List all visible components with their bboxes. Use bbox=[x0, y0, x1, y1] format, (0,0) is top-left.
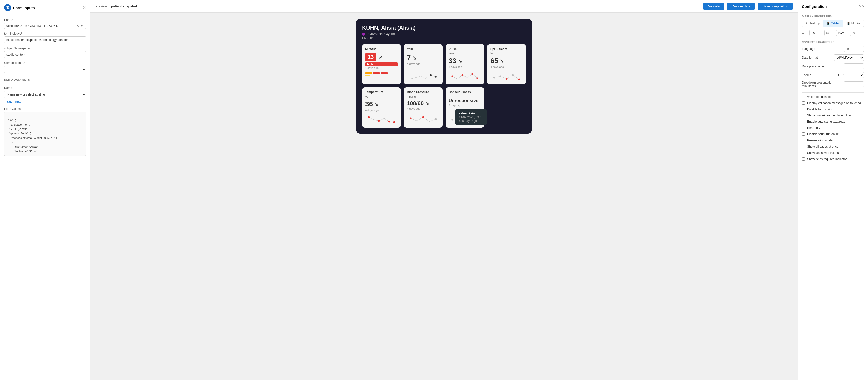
show-last-saved-label: Show last saved values bbox=[807, 151, 839, 155]
date-format-select[interactable]: dd/MM/yyyy bbox=[834, 54, 864, 61]
preview-content: KUHN, Alisia (Alisia) 09/02/2019 • 4y 1m… bbox=[90, 12, 798, 380]
svg-point-2 bbox=[452, 76, 453, 78]
theme-row: Theme DEFAULT bbox=[802, 72, 864, 79]
svg-point-8 bbox=[506, 78, 507, 80]
demo-datasets-title: DEMO DATA SETS bbox=[4, 78, 86, 81]
svg-point-9 bbox=[512, 75, 514, 76]
dimensions-row: w px h px bbox=[802, 30, 864, 36]
composition-id-label: Composition ID bbox=[4, 61, 86, 65]
metrics-grid: NEWS2 13 ↗ high 4 days ago bbox=[362, 44, 526, 128]
display-tabs: 🖥 Desktop 📱 Tablet 📱 Mobile bbox=[802, 20, 864, 27]
preview-toolbar: Preview: patient snapshot Validate Resto… bbox=[90, 0, 798, 12]
preview-label: Preview: bbox=[95, 4, 108, 8]
height-input[interactable] bbox=[836, 30, 851, 36]
show-all-pages-checkbox[interactable] bbox=[802, 145, 805, 148]
show-all-pages-label: Show all pages at once bbox=[807, 145, 838, 149]
theme-select[interactable]: DEFAULT bbox=[834, 72, 864, 79]
svg-point-4 bbox=[472, 73, 473, 75]
composition-id-select[interactable] bbox=[4, 66, 86, 73]
dropdown-min-items-input[interactable] bbox=[844, 82, 864, 87]
metric-consciousness: Consciousness Unresponsive 4 days ago va… bbox=[445, 87, 484, 128]
preview-name: patient snapshot bbox=[111, 4, 137, 8]
language-input[interactable] bbox=[844, 46, 864, 52]
divider bbox=[802, 92, 864, 93]
svg-point-1 bbox=[435, 76, 436, 78]
subject-namespace-input[interactable] bbox=[4, 51, 86, 58]
metric-temperature: Temperature °C 36↘ 4 days ago bbox=[362, 87, 401, 128]
panel-header: Form inputs << bbox=[4, 4, 86, 11]
patient-id: Main ID bbox=[362, 36, 526, 40]
panel-title: Form inputs bbox=[13, 5, 35, 10]
ehr-id-field[interactable]: 9c3cab86-21ae-4783-8b3a-41073964... ✕ ▼ bbox=[4, 23, 86, 29]
tab-mobile[interactable]: 📱 Mobile bbox=[843, 20, 864, 27]
auto-sizing-label: Enable auto sizing textareas bbox=[807, 120, 845, 124]
news2-value: 13 bbox=[365, 53, 376, 61]
svg-point-10 bbox=[518, 79, 520, 81]
right-panel: Configuration >> DISPLAY PROPERTIES 🖥 De… bbox=[798, 0, 868, 380]
svg-point-13 bbox=[388, 121, 390, 123]
form-values-box: { "ctx": { "language": "en", "territory"… bbox=[4, 112, 86, 156]
svg-point-0 bbox=[430, 74, 432, 76]
form-values-label: Form values bbox=[4, 107, 86, 111]
validate-button[interactable]: Validate bbox=[704, 2, 724, 10]
patient-name: KUHN, Alisia (Alisia) bbox=[362, 25, 526, 31]
checkbox-show-last-saved: Show last saved values bbox=[802, 151, 864, 155]
ehr-id-label: Ehr ID bbox=[4, 18, 86, 22]
demo-name-select[interactable]: Name new or select existing bbox=[4, 91, 86, 98]
terminology-url-label: terminologyUrl: bbox=[4, 32, 86, 35]
news2-bars bbox=[365, 72, 398, 75]
svg-point-17 bbox=[435, 118, 437, 120]
display-validation-checkbox[interactable] bbox=[802, 101, 805, 105]
save-new-link[interactable]: + Save new bbox=[4, 100, 86, 104]
required-indicator-checkbox[interactable] bbox=[802, 157, 805, 160]
checkbox-display-validation: Display validation messages on touched bbox=[802, 101, 864, 105]
disable-script-init-checkbox[interactable] bbox=[802, 133, 805, 136]
readonly-checkbox[interactable] bbox=[802, 126, 805, 129]
checkbox-readonly: Readonly bbox=[802, 126, 864, 130]
right-header: Configuration >> bbox=[802, 4, 864, 8]
metric-spo2: SpO2 Score % 65↘ 4 days ago bbox=[487, 44, 526, 84]
date-placeholder-input[interactable] bbox=[844, 63, 864, 69]
sparkline-temp bbox=[365, 115, 398, 125]
show-last-saved-checkbox[interactable] bbox=[802, 151, 805, 154]
numeric-range-checkbox[interactable] bbox=[802, 114, 805, 117]
ehr-id-dropdown[interactable]: ▼ bbox=[80, 24, 84, 28]
expand-button[interactable]: >> bbox=[859, 4, 864, 8]
width-input[interactable] bbox=[809, 30, 825, 36]
disable-form-script-checkbox[interactable] bbox=[802, 108, 805, 111]
left-panel: Form inputs << Ehr ID 9c3cab86-21ae-4783… bbox=[0, 0, 90, 380]
patient-dob: 09/02/2019 • 4y 1m bbox=[362, 32, 526, 36]
terminology-url-input[interactable] bbox=[4, 36, 86, 43]
svg-point-11 bbox=[368, 116, 370, 118]
h-label: h bbox=[831, 31, 835, 35]
svg-point-15 bbox=[410, 118, 412, 119]
date-format-row: Date format dd/MM/yyyy bbox=[802, 54, 864, 61]
desktop-icon: 🖥 bbox=[805, 22, 808, 25]
collapse-button[interactable]: << bbox=[82, 5, 86, 10]
tab-tablet[interactable]: 📱 Tablet bbox=[823, 20, 843, 27]
validation-disabled-checkbox[interactable] bbox=[802, 95, 805, 98]
numeric-range-label: Show numeric range placeholder bbox=[807, 113, 851, 118]
name-label: Name bbox=[4, 86, 86, 90]
svg-point-6 bbox=[493, 77, 495, 79]
save-composition-button[interactable]: Save composition bbox=[758, 2, 793, 10]
restore-button[interactable]: Restore data bbox=[727, 2, 755, 10]
checkbox-presentation-mode: Presentation mode bbox=[802, 139, 864, 143]
checkbox-show-all-pages: Show all pages at once bbox=[802, 145, 864, 149]
svg-point-16 bbox=[423, 116, 424, 118]
dropdown-min-items-row: Dropdown presentation min. items bbox=[802, 81, 864, 88]
checkbox-auto-sizing: Enable auto sizing textareas bbox=[802, 120, 864, 124]
svg-point-3 bbox=[462, 75, 463, 76]
auto-sizing-checkbox[interactable] bbox=[802, 120, 805, 123]
date-placeholder-row: Date placeholder bbox=[802, 63, 864, 69]
center-panel: Preview: patient snapshot Validate Resto… bbox=[90, 0, 798, 380]
svg-point-7 bbox=[500, 76, 501, 78]
dob-indicator bbox=[362, 33, 365, 36]
presentation-mode-checkbox[interactable] bbox=[802, 139, 805, 142]
consciousness-tooltip: value: Pain 21/09/2021, 09:05 545 days a… bbox=[455, 109, 487, 125]
tab-desktop[interactable]: 🖥 Desktop bbox=[802, 20, 823, 27]
display-validation-label: Display validation messages on touched bbox=[807, 101, 861, 105]
sparkline-rate bbox=[407, 71, 439, 82]
checkbox-required-indicator: Show fields required indicator bbox=[802, 157, 864, 162]
ehr-id-clear[interactable]: ✕ bbox=[76, 24, 80, 28]
